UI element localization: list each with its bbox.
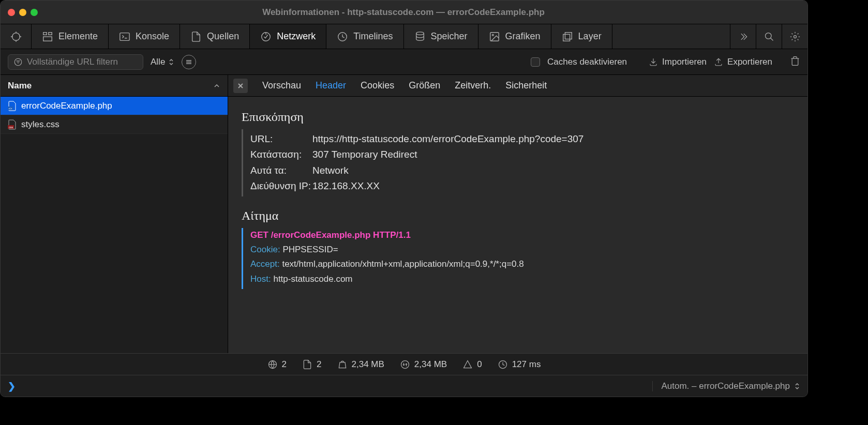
warning-icon (462, 359, 473, 370)
overview-label: Διεύθυνση IP: (250, 178, 312, 194)
settings-button[interactable] (782, 24, 807, 49)
request-block: GET /errorCodeExample.php HTTP/1.1 Cooki… (242, 228, 794, 290)
close-icon (237, 82, 244, 89)
main-content: Name <> errorCodeExample.php css styles.… (1, 75, 807, 353)
detail-tab-headers[interactable]: Header (316, 80, 346, 91)
svg-rect-5 (43, 32, 47, 35)
overview-row: URL: https://http-statuscode.com/errorCo… (250, 131, 794, 147)
filter-toolbar: Vollständige URL filtern Alle Caches dea… (1, 49, 807, 75)
detail-tab-preview[interactable]: Vorschau (262, 80, 301, 91)
import-button[interactable]: Importieren (649, 57, 707, 67)
tab-network[interactable]: Netzwerk (250, 24, 326, 49)
request-header-row: Cookie: PHPSESSID= (250, 242, 794, 257)
request-row[interactable]: css styles.css (1, 115, 228, 134)
close-detail-button[interactable] (233, 79, 248, 93)
svg-point-15 (492, 34, 493, 36)
svg-point-0 (12, 33, 20, 40)
svg-point-38 (401, 360, 409, 368)
tab-sources[interactable]: Quellen (180, 24, 250, 49)
header-key: Cookie: (250, 245, 280, 254)
disable-caches-checkbox[interactable] (531, 57, 540, 67)
storage-icon (414, 31, 426, 42)
tab-storage[interactable]: Speicher (404, 24, 478, 49)
export-button[interactable]: Exportieren (714, 57, 772, 67)
request-row[interactable]: <> errorCodeExample.php (1, 97, 228, 115)
detail-tab-bar: Vorschau Header Cookies Größen Zeitverh.… (228, 75, 807, 97)
trash-icon (790, 56, 800, 66)
stat-requests: 2 (267, 359, 287, 370)
php-file-icon: <> (8, 101, 17, 111)
tab-timelines[interactable]: Timelines (326, 24, 403, 49)
import-icon (649, 57, 658, 67)
execution-context-selector[interactable]: Autom. – errorCodeExample.php (652, 381, 800, 391)
tab-overflow-button[interactable] (730, 24, 756, 49)
stat-resources: 2,34 MB (400, 359, 447, 370)
inspect-element-button[interactable] (1, 24, 32, 49)
layers-icon (562, 31, 573, 42)
weight-icon (337, 359, 348, 370)
url-filter-placeholder: Vollständige URL filtern (27, 57, 118, 67)
titlebar: Webinformationen - http-statuscode.com —… (1, 1, 807, 24)
sort-icon (794, 382, 800, 390)
network-icon (260, 31, 272, 42)
type-filter-dropdown[interactable]: Alle (151, 57, 174, 67)
tab-label: Elemente (58, 31, 98, 42)
tab-graphics[interactable]: Grafiken (478, 24, 551, 49)
console-bar: ❯ Autom. – errorCodeExample.php (1, 375, 807, 397)
overview-row: Διεύθυνση IP: 182.168.XX.XX (250, 178, 794, 194)
detail-tab-sizes[interactable]: Größen (409, 80, 440, 91)
tab-label: Timelines (353, 31, 393, 42)
url-filter-input[interactable]: Vollständige URL filtern (8, 54, 143, 70)
svg-rect-7 (43, 37, 52, 41)
transfer-icon (400, 359, 410, 370)
globe-icon (267, 359, 278, 370)
overview-value: Network (312, 163, 349, 178)
overview-value: 307 Temporary Redirect (312, 147, 417, 162)
devtools-window: Webinformationen - http-statuscode.com —… (0, 0, 808, 397)
overview-row: Αυτά τα: Network (250, 163, 794, 178)
console-prompt-icon[interactable]: ❯ (8, 381, 16, 392)
export-icon (714, 57, 723, 67)
document-icon (190, 31, 202, 42)
search-icon (764, 32, 774, 42)
detail-tab-security[interactable]: Sicherheit (505, 80, 547, 91)
tab-console[interactable]: Konsole (109, 24, 180, 49)
chevrons-right-icon (738, 32, 749, 42)
chevron-up-icon (213, 82, 220, 89)
header-value: PHPSESSID= (282, 245, 338, 254)
detail-tab-timing[interactable]: Zeitverh. (455, 80, 491, 91)
sidebar-header[interactable]: Name (1, 75, 228, 97)
gear-icon (790, 32, 800, 42)
svg-rect-16 (565, 32, 572, 39)
request-name: styles.css (21, 119, 59, 130)
header-value: text/html,application/xhtml+xml,applicat… (282, 259, 523, 269)
tab-label: Layer (578, 31, 602, 42)
svg-point-13 (416, 32, 424, 35)
svg-rect-8 (120, 33, 129, 40)
tab-label: Quellen (207, 31, 239, 42)
status-bar: 2 2 2,34 MB 2,34 MB 0 127 ms (1, 353, 807, 375)
search-button[interactable] (756, 24, 782, 49)
stat-errors: 0 (462, 359, 482, 370)
svg-text:<>: <> (8, 107, 12, 110)
stat-time: 127 ms (498, 359, 541, 370)
crosshair-icon (10, 31, 22, 42)
svg-text:css: css (9, 125, 13, 128)
document-icon (302, 359, 312, 370)
request-name: errorCodeExample.php (21, 101, 112, 111)
sort-icon (168, 58, 174, 66)
overview-value: https://http-statuscode.com/errorCodeExa… (312, 131, 583, 147)
tab-label: Grafiken (505, 31, 541, 42)
stat-value: 2 (282, 359, 287, 370)
group-button[interactable] (182, 55, 196, 69)
svg-point-18 (765, 33, 771, 39)
tab-label: Konsole (136, 31, 169, 42)
detail-tab-cookies[interactable]: Cookies (361, 80, 394, 91)
stat-value: 0 (477, 359, 482, 370)
import-label: Importieren (662, 57, 707, 67)
tab-elements[interactable]: Elemente (32, 24, 109, 49)
request-list: <> errorCodeExample.php css styles.css (1, 97, 228, 134)
clear-button[interactable] (790, 56, 800, 68)
overview-block: URL: https://http-statuscode.com/errorCo… (242, 129, 794, 196)
tab-layers[interactable]: Layer (551, 24, 612, 49)
